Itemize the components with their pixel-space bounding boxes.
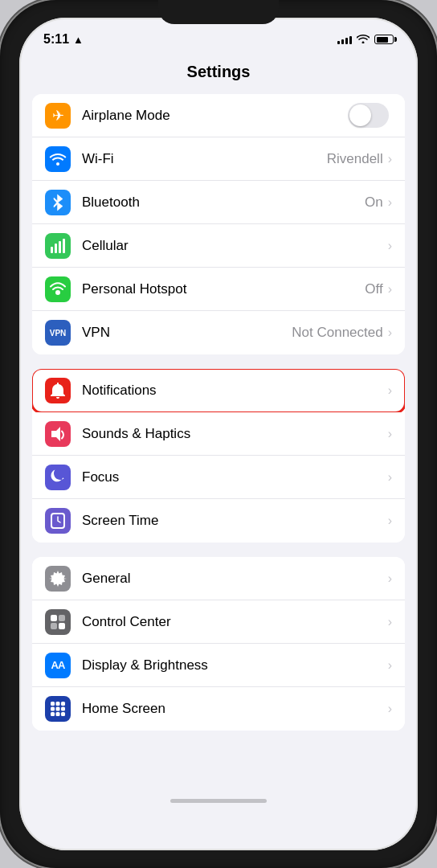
hotspot-setting-icon (49, 281, 67, 297)
svg-rect-12 (51, 702, 55, 706)
notifications-label: Notifications (82, 383, 388, 399)
home-screen-row[interactable]: Home Screen › (32, 687, 405, 731)
svg-rect-0 (51, 247, 53, 253)
svg-rect-1 (55, 244, 57, 253)
toggle-thumb (349, 104, 371, 126)
page-title: Settings (19, 56, 418, 94)
vpn-value: Not Connected (292, 325, 382, 341)
hotspot-icon-wrap (45, 276, 71, 302)
vpn-chevron: › (388, 326, 392, 340)
signal-bar-2 (341, 39, 344, 44)
svg-rect-3 (63, 239, 65, 253)
control-center-icon (50, 614, 66, 630)
bluetooth-chevron: › (388, 195, 392, 210)
settings-scroll-area[interactable]: ✈ Airplane Mode (19, 94, 418, 789)
bluetooth-row[interactable]: Bluetooth On › (32, 181, 405, 224)
aa-icon: AA (51, 659, 65, 671)
home-screen-chevron: › (388, 702, 392, 716)
svg-rect-16 (56, 707, 60, 711)
svg-rect-10 (51, 623, 57, 629)
notch (158, 0, 279, 24)
location-arrow-icon: ▲ (73, 34, 84, 46)
home-screen-icon (50, 701, 66, 717)
control-center-icon-wrap (45, 609, 71, 635)
airplane-mode-row[interactable]: ✈ Airplane Mode (32, 94, 405, 137)
svg-rect-8 (51, 615, 57, 621)
status-icons (337, 33, 394, 46)
display-chevron: › (388, 658, 392, 673)
svg-rect-17 (61, 707, 65, 711)
svg-rect-11 (59, 623, 65, 629)
battery-fill (377, 37, 388, 43)
bluetooth-value: On (365, 194, 383, 211)
control-center-label: Control Center (82, 614, 388, 630)
notifications-chevron: › (388, 383, 392, 398)
hotspot-row[interactable]: Personal Hotspot Off › (32, 268, 405, 311)
svg-rect-13 (56, 702, 60, 706)
notifications-group: Notifications › Sounds & Haptics › (32, 369, 405, 542)
screen-time-icon-wrap (45, 508, 71, 534)
wifi-row[interactable]: Wi-Fi Rivendell › (32, 137, 405, 181)
screen-time-label: Screen Time (82, 513, 388, 529)
hotspot-chevron: › (388, 282, 392, 297)
home-indicator (19, 789, 418, 812)
cellular-setting-icon (50, 239, 66, 253)
bluetooth-setting-icon (52, 194, 63, 211)
general-icon-wrap (45, 566, 71, 592)
general-label: General (82, 571, 388, 587)
battery-icon (374, 35, 394, 44)
display-row[interactable]: AA Display & Brightness › (32, 644, 405, 687)
home-screen-label: Home Screen (82, 701, 388, 717)
svg-point-4 (55, 290, 60, 295)
cellular-row[interactable]: Cellular › (32, 224, 405, 268)
display-label: Display & Brightness (82, 657, 388, 674)
sounds-icon-wrap (45, 421, 71, 447)
svg-rect-14 (61, 702, 65, 706)
svg-marker-5 (51, 427, 60, 441)
svg-rect-18 (51, 712, 55, 716)
signal-bar-1 (337, 41, 340, 44)
wifi-icon-wrap (45, 146, 71, 172)
airplane-mode-toggle[interactable] (348, 103, 389, 128)
cellular-chevron: › (388, 239, 392, 253)
general-chevron: › (388, 571, 392, 586)
wifi-icon (357, 33, 370, 46)
notifications-row[interactable]: Notifications › (32, 369, 405, 412)
home-screen-icon-wrap (45, 696, 71, 722)
svg-rect-15 (51, 707, 55, 711)
vpn-row[interactable]: VPN VPN Not Connected › (32, 311, 405, 354)
vpn-text-icon: VPN (50, 329, 67, 338)
wifi-label: Wi-Fi (82, 151, 327, 167)
display-icon-wrap: AA (45, 653, 71, 678)
cellular-icon-wrap (45, 233, 71, 259)
wifi-setting-icon (49, 153, 67, 166)
focus-icon-wrap (45, 465, 71, 490)
vpn-icon-wrap: VPN (45, 320, 71, 346)
signal-bar-4 (349, 36, 352, 44)
general-row[interactable]: General › (32, 557, 405, 600)
general-group: General › Control (32, 557, 405, 731)
control-center-row[interactable]: Control Center › (32, 600, 405, 644)
moon-icon (50, 469, 66, 485)
gear-icon (49, 570, 67, 588)
svg-rect-2 (59, 241, 61, 253)
network-group: ✈ Airplane Mode (32, 94, 405, 354)
home-bar (170, 799, 267, 803)
focus-row[interactable]: Focus › (32, 456, 405, 499)
status-time: 5:11 ▲ (43, 32, 84, 47)
sounds-row[interactable]: Sounds & Haptics › (32, 412, 405, 456)
focus-label: Focus (82, 469, 388, 485)
focus-chevron: › (388, 470, 392, 485)
signal-bars-icon (337, 35, 352, 44)
screen-time-chevron: › (388, 514, 392, 528)
screen-time-row[interactable]: Screen Time › (32, 499, 405, 542)
bell-icon (51, 383, 65, 399)
svg-rect-20 (61, 712, 65, 716)
airplane-mode-icon: ✈ (45, 103, 71, 129)
wifi-value: Rivendell (327, 151, 383, 167)
airplane-mode-label: Airplane Mode (82, 108, 348, 124)
sounds-chevron: › (388, 427, 392, 441)
cellular-label: Cellular (82, 238, 388, 254)
svg-rect-9 (59, 615, 65, 621)
bluetooth-icon-wrap (45, 190, 71, 215)
